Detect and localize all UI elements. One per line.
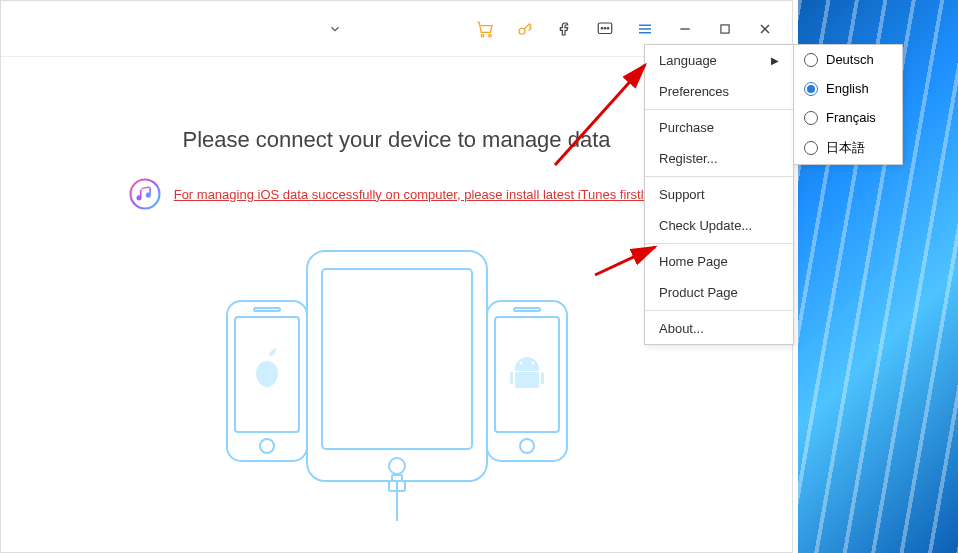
radio-icon: [804, 53, 818, 67]
chevron-down-icon[interactable]: [322, 16, 348, 42]
language-label: 日本語: [826, 139, 865, 157]
menu-preferences[interactable]: Preferences: [645, 76, 793, 107]
svg-rect-21: [254, 308, 280, 311]
minimize-icon[interactable]: [674, 18, 696, 40]
language-option-francais[interactable]: Français: [794, 103, 902, 132]
menu-item-label: Product Page: [659, 285, 738, 300]
language-option-japanese[interactable]: 日本語: [794, 132, 902, 164]
svg-point-4: [601, 27, 603, 29]
menu-home-page[interactable]: Home Page: [645, 246, 793, 277]
svg-rect-29: [510, 372, 513, 384]
svg-point-20: [260, 439, 274, 453]
menu-support[interactable]: Support: [645, 179, 793, 210]
menu-language[interactable]: Language ▶: [645, 45, 793, 76]
language-label: Deutsch: [826, 52, 874, 67]
menu-purchase[interactable]: Purchase: [645, 112, 793, 143]
menu-check-update[interactable]: Check Update...: [645, 210, 793, 241]
svg-rect-25: [514, 308, 540, 311]
svg-point-27: [531, 362, 534, 365]
menu-register[interactable]: Register...: [645, 143, 793, 174]
hamburger-icon[interactable]: [634, 18, 656, 40]
menu-about[interactable]: About...: [645, 313, 793, 344]
menu-item-label: Home Page: [659, 254, 728, 269]
menu-item-label: Language: [659, 53, 717, 68]
menu-item-label: About...: [659, 321, 704, 336]
menu-item-label: Support: [659, 187, 705, 202]
menu-item-label: Check Update...: [659, 218, 752, 233]
svg-point-0: [481, 34, 484, 36]
radio-icon: [804, 111, 818, 125]
language-option-deutsch[interactable]: Deutsch: [794, 45, 902, 74]
submenu-caret-icon: ▶: [771, 55, 779, 66]
svg-point-26: [519, 362, 522, 365]
cart-icon[interactable]: [474, 18, 496, 40]
maximize-icon[interactable]: [714, 18, 736, 40]
svg-rect-30: [541, 372, 544, 384]
svg-point-14: [130, 180, 159, 209]
radio-icon: [804, 82, 818, 96]
svg-rect-16: [322, 269, 472, 449]
menu-separator: [645, 310, 793, 311]
itunes-icon: [128, 177, 162, 211]
svg-rect-28: [515, 372, 539, 388]
close-icon[interactable]: [754, 18, 776, 40]
svg-point-1: [489, 34, 492, 36]
svg-point-24: [520, 439, 534, 453]
svg-rect-11: [721, 24, 729, 32]
key-icon[interactable]: [514, 18, 536, 40]
settings-menu: Language ▶ Preferences Purchase Register…: [644, 44, 794, 345]
menu-product-page[interactable]: Product Page: [645, 277, 793, 308]
svg-rect-15: [307, 251, 487, 481]
menu-separator: [645, 243, 793, 244]
svg-point-6: [607, 27, 609, 29]
menu-separator: [645, 176, 793, 177]
language-submenu: Deutsch English Français 日本語: [793, 44, 903, 165]
radio-icon: [804, 141, 818, 155]
language-label: Français: [826, 110, 876, 125]
menu-item-label: Preferences: [659, 84, 729, 99]
feedback-icon[interactable]: [594, 18, 616, 40]
menu-item-label: Purchase: [659, 120, 714, 135]
svg-point-2: [519, 28, 525, 34]
language-option-english[interactable]: English: [794, 74, 902, 103]
facebook-icon[interactable]: [554, 18, 576, 40]
menu-separator: [645, 109, 793, 110]
svg-point-5: [604, 27, 606, 29]
menu-item-label: Register...: [659, 151, 718, 166]
svg-rect-33: [392, 475, 402, 481]
svg-point-17: [389, 458, 405, 474]
language-label: English: [826, 81, 869, 96]
itunes-install-link[interactable]: For managing iOS data successfully on co…: [174, 187, 666, 202]
